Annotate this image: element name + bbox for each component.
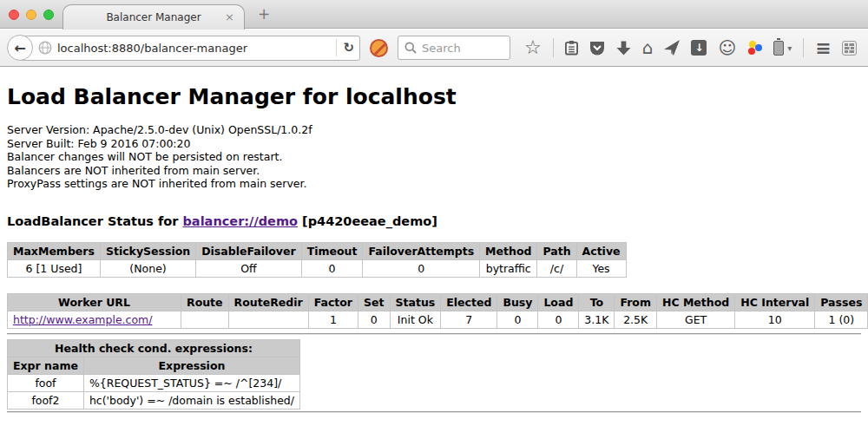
health-table-title: Health check cond. expressions: [8,339,300,357]
minimize-window-button[interactable] [26,10,36,20]
factor-cell: 1 [308,311,358,328]
table-row: 6 [1 Used] (None) Off 0 0 bytraffic /c/ … [8,259,627,277]
table-header-row: MaxMembers StickySession DisableFailover… [8,242,627,259]
status-heading-suffix: [p4420eeae_demo] [298,214,437,228]
balancer-demo-link[interactable]: balancer://demo [182,214,298,228]
column-header: Method [480,242,537,259]
expression-cell: hc('body') =~ /domain is established/ [83,391,299,409]
max-members-cell: 6 [1 Used] [8,259,101,277]
pocket-icon[interactable] [589,37,605,58]
toolbar-icons: ☆ ⌂ [524,37,857,58]
persist-notice-line: Balancer changes will NOT be persisted o… [7,150,861,164]
active-cell: Yes [576,259,626,277]
column-header: Status [390,293,441,311]
column-header: HC Method [656,293,734,311]
section-divider [7,411,861,413]
to-cell: 3.1K [579,311,615,328]
route-cell [181,311,229,328]
tab-groups-icon[interactable] [842,37,857,58]
search-bar[interactable] [398,36,510,60]
column-header: To [579,293,615,311]
extension-dots-icon[interactable] [747,37,762,58]
table-row: foof %{REQUEST_STATUS} =~ /^[234]/ [8,374,300,391]
passes-cell: 1 (0) [815,311,868,328]
balancer-params-table: MaxMembers StickySession DisableFailover… [7,242,627,278]
table-row: foof2 hc('body') =~ /domain is establish… [8,391,300,409]
column-header: FailoverAttempts [363,242,480,259]
timeout-cell: 0 [301,259,363,277]
server-info: Server Version: Apache/2.5.0-dev (Unix) … [7,123,861,191]
url-text[interactable]: localhost:8880/balancer-manager [57,42,330,55]
column-header: Worker URL [8,293,181,311]
globe-icon [38,41,52,55]
bookmark-star-icon[interactable]: ☆ [524,37,542,58]
zoom-window-button[interactable] [43,10,54,20]
menu-hamburger-icon[interactable]: ≡ [815,37,830,58]
table-title-row: Health check cond. expressions: [8,339,300,357]
expression-cell: %{REQUEST_STATUS} =~ /^[234]/ [83,374,299,391]
sticky-session-cell: (None) [100,259,195,277]
column-header: RouteRedir [228,293,308,311]
chevron-down-icon: ▾ [787,43,792,53]
column-header: From [615,293,657,311]
column-header: DisableFailover [196,242,301,259]
expr-name-cell: foof [8,374,84,391]
column-header: Route [181,293,229,311]
elected-cell: 7 [441,311,497,328]
load-cell: 0 [538,311,579,328]
urlbar-divider [336,39,337,56]
server-version-line: Server Version: Apache/2.5.0-dev (Unix) … [7,123,861,137]
busy-cell: 0 [497,311,538,328]
home-icon[interactable]: ⌂ [642,37,654,58]
path-cell: /c/ [537,259,576,277]
download-panel-icon[interactable]: ↓ [691,37,707,58]
worker-table: Worker URL Route RouteRedir Factor Set S… [7,293,868,329]
reload-icon[interactable]: ↻ [343,40,354,56]
tab-title: Balancer Manager [106,11,201,23]
tab-balancer-manager[interactable]: Balancer Manager × [62,4,245,29]
search-icon [404,42,417,54]
column-header: Expr name [8,357,84,374]
plugin-blocked-icon[interactable] [370,39,388,57]
column-header: Expression [83,357,299,374]
hc-method-cell: GET [656,311,734,328]
page-content: Load Balancer Manager for localhost Serv… [0,68,868,426]
back-button[interactable]: ← [7,35,33,61]
route-redir-cell [228,311,308,328]
worker-url-cell: http://www.example.com/ [8,311,181,328]
server-built-line: Server Built: Feb 9 2016 07:00:20 [7,137,861,151]
search-input[interactable] [422,42,496,55]
health-check-table: Health check cond. expressions: Expr nam… [7,339,300,410]
column-header: Timeout [301,242,363,259]
column-header: Path [537,242,576,259]
worker-url-link[interactable]: http://www.example.com/ [13,313,152,326]
url-bar[interactable]: localhost:8880/balancer-manager ↻ [18,36,360,61]
proxypass-notice-line: ProxyPass settings are NOT inherited fro… [7,177,861,191]
toolbar-separator [553,38,554,57]
page-title: Load Balancer Manager for localhost [7,84,861,109]
browser-window: Balancer Manager × + ← localhost:8880/ba… [0,0,868,426]
window-controls [9,10,54,20]
column-header: Load [538,293,579,311]
table-row: http://www.example.com/ 1 0 Init Ok 7 0 … [8,311,868,328]
method-cell: bytraffic [480,259,537,277]
new-tab-button[interactable]: + [258,5,270,23]
battery-extension-icon[interactable]: ▾ [773,37,792,58]
column-header: MaxMembers [8,242,101,259]
tab-close-icon[interactable]: × [225,10,234,23]
section-divider [7,333,861,335]
battery-icon [773,41,784,56]
column-header: Passes [815,293,868,311]
column-header: Factor [308,293,358,311]
downloads-icon[interactable] [616,37,631,58]
failover-attempts-cell: 0 [363,259,480,277]
disable-failover-cell: Off [196,259,301,277]
balancers-notice-line: Balancers are NOT inherited from main se… [7,164,861,178]
status-heading-prefix: LoadBalancer Status for [7,214,182,228]
set-cell: 0 [358,311,390,328]
bookmarks-menu-icon[interactable] [565,37,578,58]
send-tab-icon[interactable] [664,37,680,58]
column-header: Elected [441,293,497,311]
close-window-button[interactable] [9,10,19,20]
feedback-smiley-icon[interactable]: ☺ [718,37,736,58]
